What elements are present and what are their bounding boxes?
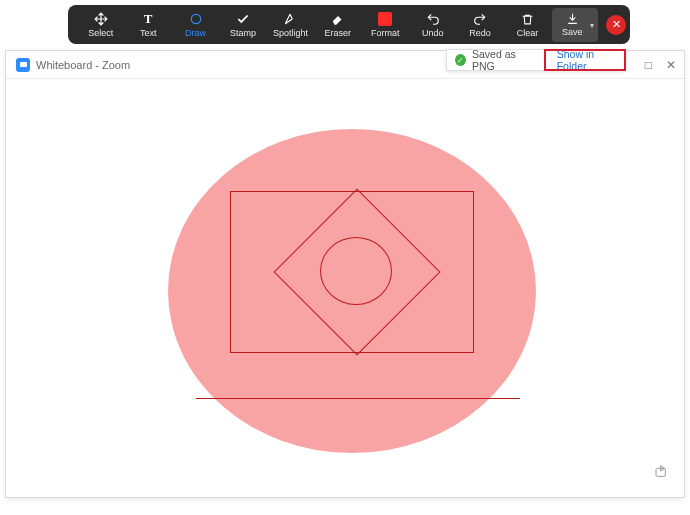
show-in-folder-link[interactable]: Show in Folder [553,48,625,72]
save-button[interactable]: Save ▾ [552,8,598,42]
text-tool[interactable]: T Text [125,8,170,42]
spotlight-tool[interactable]: Spotlight [268,8,313,42]
draw-tool[interactable]: Draw [173,8,218,42]
stamp-tool[interactable]: Stamp [220,8,265,42]
spotlight-icon [283,11,297,27]
undo-label: Undo [422,29,444,38]
drawing-circle [320,237,392,305]
undo-tool[interactable]: Undo [410,8,455,42]
saved-text: Saved as PNG [472,48,536,72]
draw-icon [189,11,203,27]
select-tool[interactable]: Select [78,8,123,42]
close-toolbar-button[interactable]: ✕ [606,15,626,35]
draw-label: Draw [185,29,206,38]
move-icon [94,11,108,27]
eraser-label: Eraser [325,29,352,38]
format-icon [378,11,392,27]
format-label: Format [371,29,400,38]
whiteboard-window: Whiteboard - Zoom □ ✕ [5,50,685,498]
window-title: Whiteboard - Zoom [36,59,130,71]
select-label: Select [88,29,113,38]
clear-label: Clear [517,29,539,38]
drawing-line [196,398,520,399]
redo-icon [473,11,487,27]
svg-point-0 [191,14,200,23]
trash-icon [521,11,534,27]
annotation-toolbar: Select T Text Draw Stamp Spotlight Erase… [68,5,630,44]
close-icon: ✕ [612,18,621,31]
divider [544,50,545,70]
window-controls: □ ✕ [645,51,676,79]
close-window-icon[interactable]: ✕ [666,58,676,72]
redo-tool[interactable]: Redo [457,8,502,42]
save-label: Save [562,27,583,37]
check-icon [236,11,250,27]
clear-tool[interactable]: Clear [505,8,550,42]
share-icon[interactable] [654,463,670,483]
text-icon: T [144,11,153,27]
whiteboard-canvas[interactable] [6,79,684,497]
download-icon [566,12,579,27]
undo-icon [426,11,440,27]
zoom-app-icon [16,58,30,72]
eraser-tool[interactable]: Eraser [315,8,360,42]
maximize-icon[interactable]: □ [645,58,652,72]
text-label: Text [140,29,157,38]
eraser-icon [331,11,345,27]
chevron-down-icon: ▾ [590,20,594,29]
redo-label: Redo [469,29,491,38]
saved-toast: ✓ Saved as PNG Show in Folder [446,49,626,71]
format-tool[interactable]: Format [363,8,408,42]
spotlight-label: Spotlight [273,29,308,38]
stamp-label: Stamp [230,29,256,38]
check-circle-icon: ✓ [455,54,466,66]
